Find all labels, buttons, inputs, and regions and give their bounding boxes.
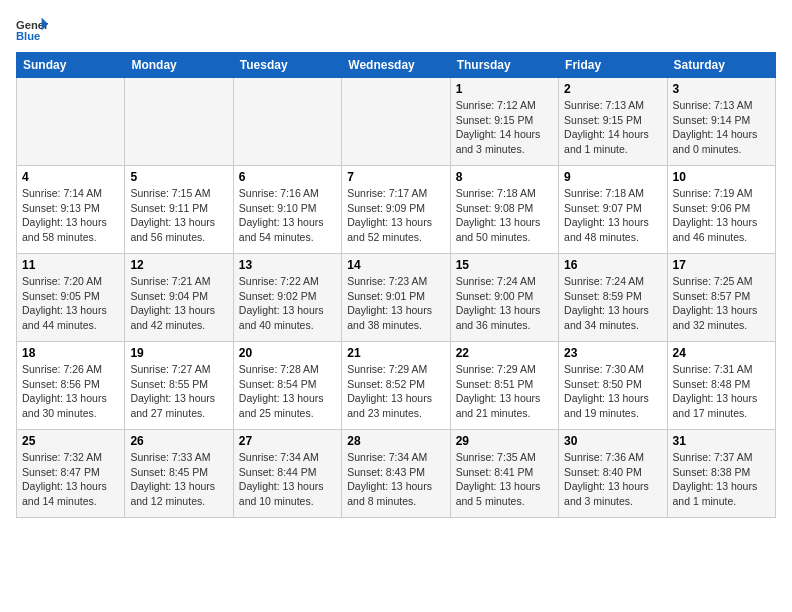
calendar-cell: 29Sunrise: 7:35 AM Sunset: 8:41 PM Dayli… <box>450 430 558 518</box>
calendar-cell: 17Sunrise: 7:25 AM Sunset: 8:57 PM Dayli… <box>667 254 775 342</box>
logo: General Blue <box>16 16 52 44</box>
logo-icon: General Blue <box>16 16 48 44</box>
day-number: 11 <box>22 258 119 272</box>
day-info: Sunrise: 7:36 AM Sunset: 8:40 PM Dayligh… <box>564 450 661 509</box>
day-number: 28 <box>347 434 444 448</box>
calendar-week-5: 25Sunrise: 7:32 AM Sunset: 8:47 PM Dayli… <box>17 430 776 518</box>
day-number: 27 <box>239 434 336 448</box>
calendar-cell: 23Sunrise: 7:30 AM Sunset: 8:50 PM Dayli… <box>559 342 667 430</box>
calendar-cell: 9Sunrise: 7:18 AM Sunset: 9:07 PM Daylig… <box>559 166 667 254</box>
day-info: Sunrise: 7:37 AM Sunset: 8:38 PM Dayligh… <box>673 450 770 509</box>
calendar-cell <box>125 78 233 166</box>
weekday-header-tuesday: Tuesday <box>233 53 341 78</box>
day-number: 3 <box>673 82 770 96</box>
day-info: Sunrise: 7:22 AM Sunset: 9:02 PM Dayligh… <box>239 274 336 333</box>
day-info: Sunrise: 7:18 AM Sunset: 9:07 PM Dayligh… <box>564 186 661 245</box>
calendar-cell: 11Sunrise: 7:20 AM Sunset: 9:05 PM Dayli… <box>17 254 125 342</box>
calendar-cell <box>342 78 450 166</box>
weekday-header-friday: Friday <box>559 53 667 78</box>
day-info: Sunrise: 7:33 AM Sunset: 8:45 PM Dayligh… <box>130 450 227 509</box>
calendar-cell: 8Sunrise: 7:18 AM Sunset: 9:08 PM Daylig… <box>450 166 558 254</box>
calendar-cell: 31Sunrise: 7:37 AM Sunset: 8:38 PM Dayli… <box>667 430 775 518</box>
weekday-header-row: SundayMondayTuesdayWednesdayThursdayFrid… <box>17 53 776 78</box>
calendar-cell <box>17 78 125 166</box>
calendar-cell: 25Sunrise: 7:32 AM Sunset: 8:47 PM Dayli… <box>17 430 125 518</box>
calendar-cell: 7Sunrise: 7:17 AM Sunset: 9:09 PM Daylig… <box>342 166 450 254</box>
day-info: Sunrise: 7:26 AM Sunset: 8:56 PM Dayligh… <box>22 362 119 421</box>
calendar-cell: 28Sunrise: 7:34 AM Sunset: 8:43 PM Dayli… <box>342 430 450 518</box>
calendar-cell: 6Sunrise: 7:16 AM Sunset: 9:10 PM Daylig… <box>233 166 341 254</box>
calendar-week-2: 4Sunrise: 7:14 AM Sunset: 9:13 PM Daylig… <box>17 166 776 254</box>
day-number: 18 <box>22 346 119 360</box>
day-number: 19 <box>130 346 227 360</box>
calendar-cell: 16Sunrise: 7:24 AM Sunset: 8:59 PM Dayli… <box>559 254 667 342</box>
day-info: Sunrise: 7:17 AM Sunset: 9:09 PM Dayligh… <box>347 186 444 245</box>
weekday-header-saturday: Saturday <box>667 53 775 78</box>
weekday-header-monday: Monday <box>125 53 233 78</box>
day-info: Sunrise: 7:34 AM Sunset: 8:43 PM Dayligh… <box>347 450 444 509</box>
calendar-cell: 26Sunrise: 7:33 AM Sunset: 8:45 PM Dayli… <box>125 430 233 518</box>
calendar-table: SundayMondayTuesdayWednesdayThursdayFrid… <box>16 52 776 518</box>
day-info: Sunrise: 7:34 AM Sunset: 8:44 PM Dayligh… <box>239 450 336 509</box>
day-number: 10 <box>673 170 770 184</box>
page-header: General Blue <box>16 16 776 44</box>
day-info: Sunrise: 7:12 AM Sunset: 9:15 PM Dayligh… <box>456 98 553 157</box>
day-number: 17 <box>673 258 770 272</box>
day-info: Sunrise: 7:31 AM Sunset: 8:48 PM Dayligh… <box>673 362 770 421</box>
calendar-cell: 21Sunrise: 7:29 AM Sunset: 8:52 PM Dayli… <box>342 342 450 430</box>
calendar-cell: 1Sunrise: 7:12 AM Sunset: 9:15 PM Daylig… <box>450 78 558 166</box>
day-info: Sunrise: 7:19 AM Sunset: 9:06 PM Dayligh… <box>673 186 770 245</box>
day-number: 30 <box>564 434 661 448</box>
day-number: 13 <box>239 258 336 272</box>
day-number: 4 <box>22 170 119 184</box>
day-info: Sunrise: 7:15 AM Sunset: 9:11 PM Dayligh… <box>130 186 227 245</box>
day-info: Sunrise: 7:35 AM Sunset: 8:41 PM Dayligh… <box>456 450 553 509</box>
calendar-cell: 15Sunrise: 7:24 AM Sunset: 9:00 PM Dayli… <box>450 254 558 342</box>
calendar-cell <box>233 78 341 166</box>
calendar-cell: 10Sunrise: 7:19 AM Sunset: 9:06 PM Dayli… <box>667 166 775 254</box>
day-number: 5 <box>130 170 227 184</box>
day-number: 6 <box>239 170 336 184</box>
day-number: 9 <box>564 170 661 184</box>
calendar-cell: 3Sunrise: 7:13 AM Sunset: 9:14 PM Daylig… <box>667 78 775 166</box>
day-number: 26 <box>130 434 227 448</box>
day-info: Sunrise: 7:13 AM Sunset: 9:15 PM Dayligh… <box>564 98 661 157</box>
day-info: Sunrise: 7:27 AM Sunset: 8:55 PM Dayligh… <box>130 362 227 421</box>
calendar-week-4: 18Sunrise: 7:26 AM Sunset: 8:56 PM Dayli… <box>17 342 776 430</box>
day-info: Sunrise: 7:23 AM Sunset: 9:01 PM Dayligh… <box>347 274 444 333</box>
day-number: 12 <box>130 258 227 272</box>
day-info: Sunrise: 7:28 AM Sunset: 8:54 PM Dayligh… <box>239 362 336 421</box>
day-number: 21 <box>347 346 444 360</box>
day-number: 24 <box>673 346 770 360</box>
day-number: 14 <box>347 258 444 272</box>
day-info: Sunrise: 7:20 AM Sunset: 9:05 PM Dayligh… <box>22 274 119 333</box>
calendar-week-3: 11Sunrise: 7:20 AM Sunset: 9:05 PM Dayli… <box>17 254 776 342</box>
day-number: 25 <box>22 434 119 448</box>
calendar-cell: 4Sunrise: 7:14 AM Sunset: 9:13 PM Daylig… <box>17 166 125 254</box>
day-number: 15 <box>456 258 553 272</box>
calendar-cell: 5Sunrise: 7:15 AM Sunset: 9:11 PM Daylig… <box>125 166 233 254</box>
weekday-header-sunday: Sunday <box>17 53 125 78</box>
day-info: Sunrise: 7:30 AM Sunset: 8:50 PM Dayligh… <box>564 362 661 421</box>
calendar-cell: 22Sunrise: 7:29 AM Sunset: 8:51 PM Dayli… <box>450 342 558 430</box>
weekday-header-thursday: Thursday <box>450 53 558 78</box>
day-info: Sunrise: 7:24 AM Sunset: 9:00 PM Dayligh… <box>456 274 553 333</box>
day-number: 20 <box>239 346 336 360</box>
calendar-cell: 13Sunrise: 7:22 AM Sunset: 9:02 PM Dayli… <box>233 254 341 342</box>
calendar-cell: 2Sunrise: 7:13 AM Sunset: 9:15 PM Daylig… <box>559 78 667 166</box>
day-info: Sunrise: 7:21 AM Sunset: 9:04 PM Dayligh… <box>130 274 227 333</box>
day-number: 1 <box>456 82 553 96</box>
calendar-cell: 18Sunrise: 7:26 AM Sunset: 8:56 PM Dayli… <box>17 342 125 430</box>
day-info: Sunrise: 7:29 AM Sunset: 8:52 PM Dayligh… <box>347 362 444 421</box>
day-number: 22 <box>456 346 553 360</box>
calendar-cell: 24Sunrise: 7:31 AM Sunset: 8:48 PM Dayli… <box>667 342 775 430</box>
weekday-header-wednesday: Wednesday <box>342 53 450 78</box>
calendar-cell: 12Sunrise: 7:21 AM Sunset: 9:04 PM Dayli… <box>125 254 233 342</box>
day-info: Sunrise: 7:13 AM Sunset: 9:14 PM Dayligh… <box>673 98 770 157</box>
calendar-cell: 20Sunrise: 7:28 AM Sunset: 8:54 PM Dayli… <box>233 342 341 430</box>
calendar-cell: 30Sunrise: 7:36 AM Sunset: 8:40 PM Dayli… <box>559 430 667 518</box>
day-number: 31 <box>673 434 770 448</box>
day-info: Sunrise: 7:25 AM Sunset: 8:57 PM Dayligh… <box>673 274 770 333</box>
calendar-week-1: 1Sunrise: 7:12 AM Sunset: 9:15 PM Daylig… <box>17 78 776 166</box>
day-number: 2 <box>564 82 661 96</box>
